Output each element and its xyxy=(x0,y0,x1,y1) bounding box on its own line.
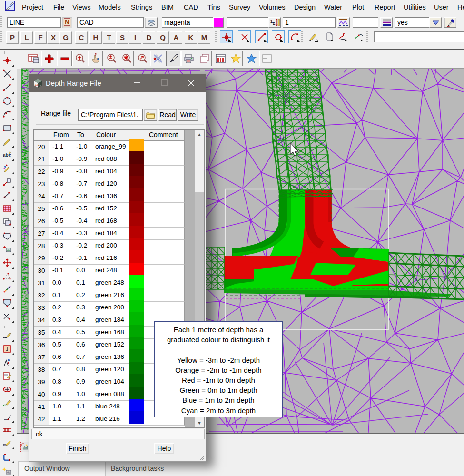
svg-text:12: 12 xyxy=(35,83,38,86)
svg-text:z: z xyxy=(273,21,275,26)
